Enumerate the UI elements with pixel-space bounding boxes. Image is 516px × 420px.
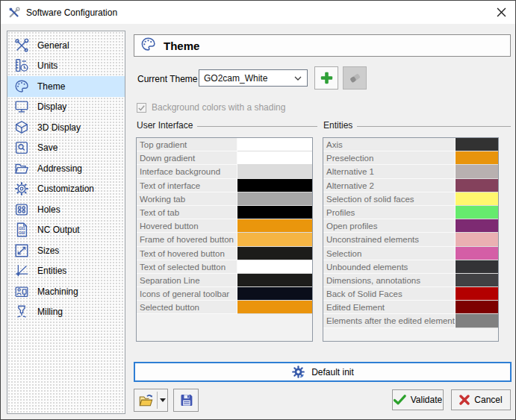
close-button[interactable] <box>487 1 515 23</box>
current-theme-label: Current Theme <box>137 74 197 84</box>
sidebar-item-label: Holes <box>37 204 60 215</box>
color-swatch[interactable] <box>456 165 498 178</box>
color-row-selection-of-solid-faces[interactable]: Selection of solid faces <box>323 192 498 206</box>
open-folder-icon[interactable] <box>134 389 157 411</box>
color-row-label: Icons of general toolbar <box>137 287 237 301</box>
color-row-icons-of-general-toolbar[interactable]: Icons of general toolbar <box>137 287 312 301</box>
plus-icon <box>319 70 335 86</box>
color-row-label: Hovered button <box>137 219 237 233</box>
color-row-label: Text of hovered button <box>137 247 237 260</box>
color-row-unbounded-elements[interactable]: Unbounded elements <box>323 260 498 274</box>
default-init-button[interactable]: Default init <box>134 362 512 382</box>
color-swatch[interactable] <box>237 192 312 206</box>
color-swatch[interactable] <box>237 287 312 301</box>
sidebar-item-save[interactable]: Save <box>7 138 125 159</box>
color-row-working-tab[interactable]: Working tab <box>137 192 312 206</box>
color-row-interface-background[interactable]: Interface background <box>137 165 312 178</box>
sidebar-item-units[interactable]: Units <box>7 56 125 77</box>
color-row-label: Working tab <box>137 192 237 206</box>
validate-button[interactable]: Validate <box>392 389 444 410</box>
color-swatch[interactable] <box>237 301 312 314</box>
sidebar-item-nc-output[interactable]: G01G02NC Output <box>7 220 125 241</box>
color-row-separation-line[interactable]: Separation Line <box>137 274 312 287</box>
color-row-frame-of-hovered-button[interactable]: Frame of hovered button <box>137 233 312 246</box>
sidebar-item-label: Entities <box>37 266 66 276</box>
color-row-selected-button[interactable]: Selected button <box>137 301 312 314</box>
color-swatch[interactable] <box>237 274 312 287</box>
color-row-text-of-selected-button[interactable]: Text of selected button <box>137 260 312 274</box>
color-swatch[interactable] <box>456 219 498 233</box>
color-row-alternative-1[interactable]: Alternative 1 <box>323 165 498 178</box>
color-swatch[interactable] <box>456 247 498 260</box>
dialog-window: Software Configuration GeneralUnitsTheme… <box>0 0 516 420</box>
color-swatch[interactable] <box>456 179 498 192</box>
color-row-back-of-solid-faces[interactable]: Back of Solid Faces <box>323 287 498 301</box>
color-row-down-gradient[interactable]: Down gradient <box>137 151 312 165</box>
save-theme-button[interactable] <box>173 389 199 412</box>
color-swatch[interactable] <box>237 219 312 233</box>
color-row-axis[interactable]: Axis <box>323 138 498 151</box>
color-swatch[interactable] <box>237 260 312 274</box>
shading-checkbox-row[interactable]: Background colors with a shading <box>137 102 285 113</box>
color-swatch[interactable] <box>456 314 498 327</box>
color-row-preselection[interactable]: Preselection <box>323 151 498 165</box>
sidebar-item-display[interactable]: Display <box>7 97 125 118</box>
color-row-elements-after-the-edited-element[interactable]: Elements after the edited element <box>323 314 498 327</box>
open-theme-split-button[interactable] <box>134 389 168 412</box>
color-row-open-profiles[interactable]: Open profiles <box>323 219 498 233</box>
window-title: Software Configuration <box>26 7 117 18</box>
sidebar-item-general[interactable]: General <box>7 35 125 56</box>
open-menu-arrow[interactable] <box>158 398 167 402</box>
color-row-hovered-button[interactable]: Hovered button <box>137 219 312 233</box>
color-swatch[interactable] <box>237 138 312 151</box>
color-row-label: Alternative 2 <box>323 179 456 192</box>
sidebar-item-label: NC Output <box>37 225 80 235</box>
color-swatch[interactable] <box>456 233 498 246</box>
sidebar-item-3d-display[interactable]: 3D Display <box>7 117 125 138</box>
cancel-button[interactable]: Cancel <box>451 389 511 410</box>
sidebar-item-label: Addressing <box>37 163 82 174</box>
color-row-text-of-tab[interactable]: Text of tab <box>137 206 312 219</box>
color-row-edited-element[interactable]: Edited Element <box>323 301 498 314</box>
color-row-dimensions-annotations[interactable]: Dimensions, annotations <box>323 274 498 287</box>
sidebar-item-customization[interactable]: Customization <box>7 179 125 200</box>
color-swatch[interactable] <box>237 151 312 165</box>
color-swatch[interactable] <box>456 151 498 165</box>
color-swatch[interactable] <box>456 301 498 314</box>
color-row-alternative-2[interactable]: Alternative 2 <box>323 179 498 192</box>
color-swatch[interactable] <box>456 192 498 206</box>
color-row-top-gradient[interactable]: Top gradient <box>137 138 312 151</box>
sidebar-item-addressing[interactable]: Addressing <box>7 158 125 179</box>
color-swatch[interactable] <box>456 206 498 219</box>
color-row-profiles[interactable]: Profiles <box>323 206 498 219</box>
sidebar-item-entities[interactable]: Entities <box>7 261 125 282</box>
sidebar-item-label: Display <box>37 101 66 112</box>
add-theme-button[interactable] <box>314 66 338 90</box>
units-icon <box>11 57 32 75</box>
color-row-label: Selected button <box>137 301 237 314</box>
sidebar-item-theme[interactable]: Theme <box>7 76 125 97</box>
color-row-text-of-interface[interactable]: Text of interface <box>137 179 312 192</box>
color-swatch[interactable] <box>456 287 498 301</box>
entities-icon <box>11 262 32 280</box>
sidebar-item-holes[interactable]: Holes <box>7 199 125 220</box>
sidebar-item-milling[interactable]: Milling <box>7 302 125 323</box>
group-title: Entities <box>323 120 352 131</box>
group-entities: Entities <box>323 120 511 131</box>
color-swatch[interactable] <box>237 233 312 246</box>
sidebar-item-machining[interactable]: Machining <box>7 281 125 302</box>
color-swatch[interactable] <box>237 179 312 192</box>
sidebar-item-sizes[interactable]: Sizes <box>7 240 125 261</box>
color-swatch[interactable] <box>237 206 312 219</box>
color-swatch[interactable] <box>237 165 312 178</box>
color-row-unconstrained-elements[interactable]: Unconstrained elements <box>323 233 498 246</box>
color-swatch[interactable] <box>456 274 498 287</box>
cube-icon <box>11 119 32 137</box>
theme-select[interactable]: GO2cam_White <box>199 69 308 87</box>
group-divider <box>197 126 317 127</box>
color-swatch[interactable] <box>456 260 498 274</box>
color-row-text-of-hovered-button[interactable]: Text of hovered button <box>137 247 312 260</box>
color-row-selection[interactable]: Selection <box>323 247 498 260</box>
color-swatch[interactable] <box>237 247 312 260</box>
color-swatch[interactable] <box>456 138 498 151</box>
